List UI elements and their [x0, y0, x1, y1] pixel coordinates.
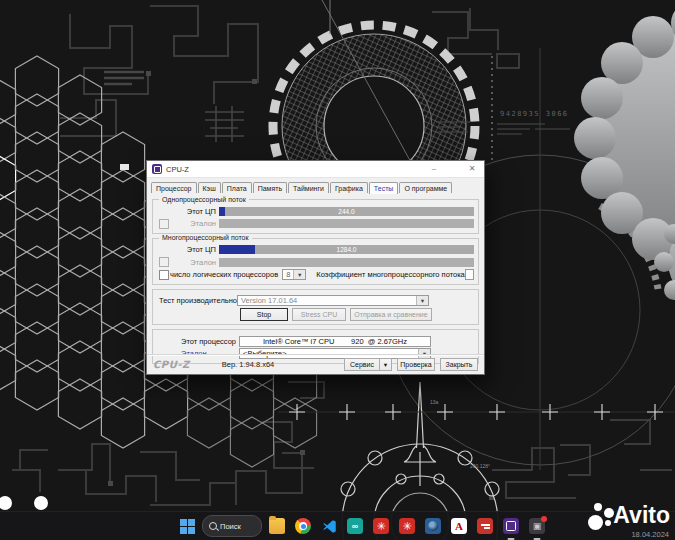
ratio-field [465, 269, 474, 280]
tab-spd[interactable]: Тайминги [288, 182, 329, 193]
taskbar-autocad[interactable]: A [448, 515, 470, 537]
this-processor-label: Этот процессор [181, 337, 239, 346]
ratio-label: Коэффициент многопроцессорного потока [316, 270, 464, 279]
reference-label: Эталон [170, 258, 216, 267]
reference-label: Эталон [170, 219, 216, 228]
titlebar[interactable]: CPU-Z – ✕ [147, 161, 484, 178]
cpuz-window: CPU-Z – ✕ Процессор Кэш Плата Память Тай… [146, 160, 485, 375]
taskbar-cpuz[interactable] [500, 515, 522, 537]
cpuz-app-icon [152, 164, 162, 174]
version-text: Вер. 1.94.8.x64 [222, 360, 275, 369]
multi-thread-score-bar: 1284.0 [219, 245, 474, 254]
group-title: Многопроцессорный поток [159, 234, 252, 242]
reference-bar [219, 258, 474, 267]
threads-checkbox[interactable] [159, 270, 169, 280]
reference-checkbox[interactable] [159, 219, 169, 229]
reference-checkbox[interactable] [159, 257, 169, 267]
multi-thread-score: 1284.0 [219, 245, 474, 254]
tab-bench[interactable]: Тесты [369, 182, 399, 194]
taskbar-vscode[interactable] [318, 515, 340, 537]
bench-version-label: Тест производительности [157, 296, 237, 305]
asterisk-icon: ✳ [399, 518, 415, 534]
single-thread-score: 244.0 [219, 207, 474, 216]
watermark-date: 18.04.2024 [631, 530, 669, 539]
tab-strip: Процессор Кэш Плата Память Тайминги Граф… [147, 178, 484, 193]
single-thread-group: Однопроцессорный поток Этот ЦП 244.0 Эта… [152, 199, 479, 234]
search-input[interactable]: Поиск [202, 515, 262, 537]
taskbar-chrome[interactable] [292, 515, 314, 537]
minimize-button[interactable]: – [427, 162, 441, 176]
taskbar-file-explorer[interactable] [266, 515, 288, 537]
chrome-icon [295, 518, 311, 534]
vscode-icon [322, 519, 337, 534]
taskbar-blue-app[interactable] [422, 515, 444, 537]
taskbar: Поиск ∞ ✳ ✳ A ▣ [0, 511, 675, 540]
cpu-name-field: Intel® Core™ i7 CPU 920 @ 2.67GHz [239, 336, 431, 347]
window-title: CPU-Z [166, 165, 189, 174]
close-icon[interactable]: ✕ [465, 162, 479, 176]
tab-memory[interactable]: Память [253, 182, 287, 193]
chevron-down-icon[interactable]: ▼ [380, 358, 392, 371]
taskbar-red-app-2[interactable]: ✳ [396, 515, 418, 537]
window-footer: CPU-Z Вер. 1.94.8.x64 Сервис ▼ Проверка … [147, 354, 484, 374]
start-button[interactable] [176, 515, 198, 537]
taskbar-red-app-1[interactable]: ✳ [370, 515, 392, 537]
avito-brand-text: Avito [613, 504, 670, 527]
this-cpu-label: Этот ЦП [170, 207, 216, 216]
letter-a-icon: A [451, 518, 467, 534]
windows-logo-icon [180, 519, 195, 534]
tab-about[interactable]: О программе [399, 182, 452, 193]
tab-mainboard[interactable]: Плата [222, 182, 252, 193]
group-title: Однопроцессорный поток [159, 196, 249, 204]
multi-thread-group: Многопроцессорный поток Этот ЦП 1284.0 Э… [152, 238, 479, 285]
search-label: Поиск [220, 522, 241, 531]
infinity-icon: ∞ [347, 518, 363, 534]
tab-graphics[interactable]: Графика [330, 182, 368, 193]
chat-badge-icon: ▣ [529, 518, 545, 534]
dome-spike-label: 13a [430, 399, 439, 405]
taskbar-camtasia[interactable]: ∞ [344, 515, 366, 537]
stop-button[interactable]: Stop [240, 308, 288, 321]
tab-processor[interactable]: Процессор [151, 182, 197, 193]
cpuz-logo: CPU-Z [153, 359, 190, 370]
tools-split-button[interactable]: Сервис ▼ [344, 358, 392, 371]
desktop: 9428935 3066 13a 260.128 [0, 0, 675, 540]
wallpaper-part-number: 9428935 3066 [500, 110, 569, 118]
threads-label: число логических процессоров [170, 270, 278, 279]
folder-icon [269, 518, 285, 534]
dome-angle-label: 260.128° [470, 463, 490, 469]
stress-cpu-button[interactable]: Stress CPU [292, 308, 346, 321]
avito-watermark: Avito [587, 502, 670, 528]
bench-group: Тест производительности Version 17.01.64… [152, 289, 479, 326]
avatar-icon [425, 518, 441, 534]
search-icon [209, 522, 217, 530]
chevron-down-icon: ▼ [416, 296, 428, 305]
bench-version-select[interactable]: Version 17.01.64 ▼ [237, 295, 429, 306]
taskbar-chat-app[interactable]: ▣ [526, 515, 548, 537]
cpuz-icon [503, 518, 519, 534]
validate-button[interactable]: Проверка [397, 358, 435, 371]
red-text-icon [477, 518, 493, 534]
submit-compare-button[interactable]: Отправка и сравнение [350, 308, 432, 321]
this-cpu-label: Этот ЦП [170, 245, 216, 254]
reference-bar [219, 219, 474, 228]
single-thread-score-bar: 244.0 [219, 207, 474, 216]
threads-select[interactable]: 8 ▼ [282, 269, 306, 280]
taskbar-red-text-app[interactable] [474, 515, 496, 537]
tools-button[interactable]: Сервис [344, 358, 380, 371]
tab-cache[interactable]: Кэш [198, 182, 221, 193]
close-button[interactable]: Закрыть [440, 358, 478, 371]
avito-logo-icon [587, 502, 613, 528]
asterisk-icon: ✳ [373, 518, 389, 534]
chevron-down-icon: ▼ [293, 270, 305, 279]
